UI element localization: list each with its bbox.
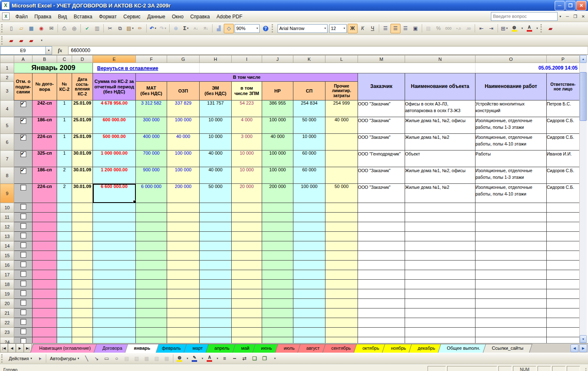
cell-object[interactable]: Объект: [405, 150, 475, 167]
scroll-down-icon[interactable]: ▼: [580, 335, 587, 343]
cell-mat[interactable]: 900 000: [136, 167, 167, 184]
empty-cell[interactable]: [93, 241, 136, 251]
empty-cell[interactable]: [136, 203, 167, 213]
sheet-tab-15[interactable]: Ссылки_сайты: [486, 343, 529, 353]
cell-signed[interactable]: [14, 337, 33, 343]
line-style-icon[interactable]: [220, 354, 230, 363]
header-cell[interactable]: № КС-2: [57, 73, 72, 100]
cell-signed[interactable]: [14, 318, 33, 328]
empty-cell[interactable]: [167, 308, 200, 318]
empty-cell[interactable]: [325, 337, 358, 343]
merge-center-icon[interactable]: [410, 24, 420, 33]
empty-cell[interactable]: [262, 308, 293, 318]
empty-cell[interactable]: [167, 280, 200, 289]
row-header-19[interactable]: 19: [0, 289, 14, 299]
empty-cell[interactable]: [358, 280, 405, 289]
empty-cell[interactable]: [167, 328, 200, 337]
cell-ozp[interactable]: 100 000: [167, 117, 200, 134]
empty-cell[interactable]: [93, 289, 136, 299]
shadow-icon[interactable]: [250, 354, 260, 363]
empty-cell[interactable]: [232, 337, 262, 343]
empty-cell[interactable]: [167, 241, 200, 251]
cell-nr[interactable]: 100 000: [262, 167, 293, 184]
cell-works[interactable]: Изоляционные, отделочные работы, полы 1-…: [475, 117, 547, 134]
timestamp-cell[interactable]: 05.05.2009 14:05: [475, 63, 580, 73]
cell-person[interactable]: Сидоров С.Б.: [547, 184, 580, 203]
cell-signed[interactable]: [14, 241, 33, 251]
empty-cell[interactable]: [33, 299, 57, 308]
empty-cell[interactable]: [167, 232, 200, 241]
actions-menu-button[interactable]: Действия▾: [6, 355, 35, 362]
row-header-2[interactable]: 2: [0, 73, 14, 82]
empty-cell[interactable]: [405, 241, 475, 251]
checkbox-unchecked[interactable]: [20, 300, 26, 306]
select-arrow-icon[interactable]: [35, 354, 45, 363]
empty-cell[interactable]: [293, 203, 325, 213]
line-color-icon[interactable]: ✎: [190, 354, 200, 363]
drawbar-options-icon[interactable]: ▾: [270, 354, 280, 363]
empty-cell[interactable]: [33, 232, 57, 241]
empty-cell[interactable]: [262, 261, 293, 270]
empty-cell[interactable]: [33, 213, 57, 222]
header-cell[interactable]: Заказчик: [358, 73, 405, 100]
empty-cell[interactable]: [405, 318, 475, 328]
cell-other[interactable]: 40 000: [325, 117, 358, 134]
empty-cell[interactable]: [57, 299, 72, 308]
empty-cell[interactable]: [358, 299, 405, 308]
empty-cell[interactable]: [325, 222, 358, 232]
cell-customer[interactable]: ООО "Заказчик": [358, 134, 405, 150]
arrow-style-icon[interactable]: [240, 354, 250, 363]
empty-cell[interactable]: [200, 289, 232, 299]
cell-zpm[interactable]: 4 000: [232, 117, 262, 134]
cell-object[interactable]: Жилые дома №1, №2: [405, 134, 475, 150]
empty-cell[interactable]: [72, 251, 93, 261]
underline-button[interactable]: Ч: [368, 24, 378, 33]
email-icon[interactable]: [46, 24, 56, 33]
empty-cell[interactable]: [325, 232, 358, 241]
empty-cell[interactable]: [262, 232, 293, 241]
sort-asc-icon[interactable]: А↓: [191, 24, 201, 33]
row-header-8[interactable]: 8: [0, 167, 14, 184]
fx-icon[interactable]: fx: [52, 46, 68, 55]
empty-cell[interactable]: [262, 270, 293, 280]
checkbox-unchecked[interactable]: [20, 261, 26, 267]
empty-cell[interactable]: [262, 328, 293, 337]
empty-cell[interactable]: [93, 222, 136, 232]
checkbox-unchecked[interactable]: [20, 290, 26, 296]
cell-signed[interactable]: [14, 213, 33, 222]
name-box[interactable]: E9: [0, 46, 46, 55]
empty-cell[interactable]: [232, 232, 262, 241]
question-input[interactable]: Введите вопрос: [491, 12, 558, 21]
empty-cell[interactable]: [325, 318, 358, 328]
open-icon[interactable]: [16, 24, 26, 33]
empty-cell[interactable]: [33, 270, 57, 280]
menu-item-9[interactable]: Adobe PDF: [213, 12, 245, 21]
sheet-tab-1[interactable]: Договора: [97, 343, 128, 353]
print-icon[interactable]: [59, 24, 69, 33]
checkbox-checked[interactable]: [20, 101, 26, 107]
empty-cell[interactable]: [547, 328, 580, 337]
empty-cell[interactable]: [72, 222, 93, 232]
menu-item-0[interactable]: Файл: [12, 12, 31, 21]
cell-other[interactable]: [325, 167, 358, 184]
empty-cell[interactable]: [200, 308, 232, 318]
empty-cell[interactable]: [136, 261, 167, 270]
cell-works[interactable]: Изоляционные, отделочные работы, полы 4-…: [475, 134, 547, 150]
rectangle-icon[interactable]: [102, 354, 112, 363]
column-header-I[interactable]: I: [232, 55, 262, 63]
empty-cell[interactable]: [547, 337, 580, 343]
empty-cell[interactable]: [200, 270, 232, 280]
header-cell[interactable]: ОЗП: [167, 82, 200, 100]
empty-cell[interactable]: [33, 222, 57, 232]
empty-cell[interactable]: [72, 203, 93, 213]
drawing-toolbar-grip[interactable]: [1, 354, 5, 363]
font-size-combo[interactable]: 12▾: [329, 24, 347, 33]
empty-cell[interactable]: [547, 213, 580, 222]
empty-cell[interactable]: [57, 222, 72, 232]
question-dropdown-icon[interactable]: ▾: [558, 13, 563, 20]
empty-cell[interactable]: [136, 308, 167, 318]
drawing-icon[interactable]: [224, 24, 234, 33]
threed-icon[interactable]: [260, 354, 270, 363]
empty-cell[interactable]: [262, 337, 293, 343]
empty-cell[interactable]: [200, 222, 232, 232]
